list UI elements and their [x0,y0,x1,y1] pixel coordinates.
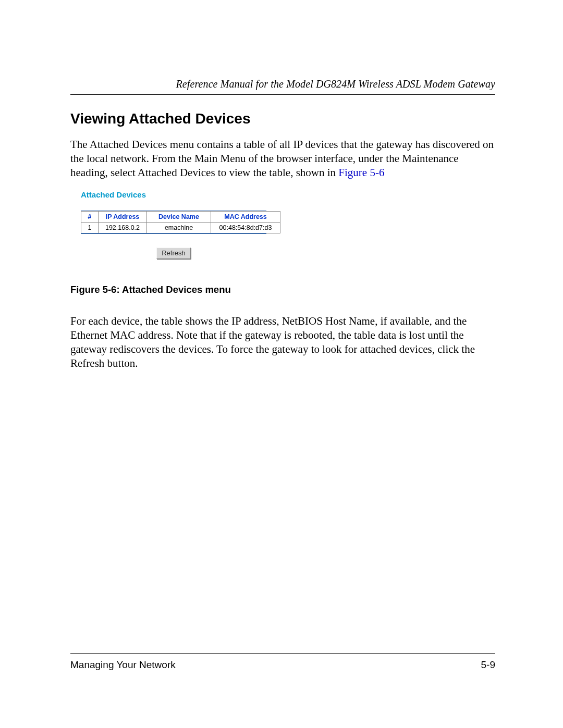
table-row: 1 192.168.0.2 emachine 00:48:54:8d:d7:d3 [81,222,280,233]
header-rule [70,94,495,95]
col-header-num: # [81,211,99,222]
cell-mac: 00:48:54:8d:d7:d3 [211,222,280,233]
figure-caption: Figure 5-6: Attached Devices menu [70,284,495,295]
col-header-mac: MAC Address [211,211,280,222]
table-header-row: # IP Address Device Name MAC Address [81,211,280,222]
attached-devices-table: # IP Address Device Name MAC Address 1 1… [81,211,280,234]
col-header-ip: IP Address [99,211,147,222]
footer-right: 5-9 [481,659,495,671]
page-footer: Managing Your Network 5-9 [70,653,495,671]
refresh-button[interactable]: Refresh [156,248,191,259]
col-header-name: Device Name [147,211,211,222]
running-head: Reference Manual for the Model DG824M Wi… [70,78,495,90]
figure-xref-link[interactable]: Figure 5-6 [338,166,384,179]
cell-num: 1 [81,222,99,233]
description-paragraph: For each device, the table shows the IP … [70,314,495,371]
intro-paragraph: The Attached Devices menu contains a tab… [70,138,495,180]
table-bottom-border [81,233,266,234]
figure-attached-devices: Attached Devices # IP Address Device Nam… [81,190,495,260]
intro-text: The Attached Devices menu contains a tab… [70,138,494,179]
cell-ip: 192.168.0.2 [99,222,147,233]
footer-rule [70,653,495,654]
footer-left: Managing Your Network [70,659,176,671]
cell-name: emachine [147,222,211,233]
section-title: Viewing Attached Devices [70,110,495,127]
panel-title: Attached Devices [81,190,495,199]
